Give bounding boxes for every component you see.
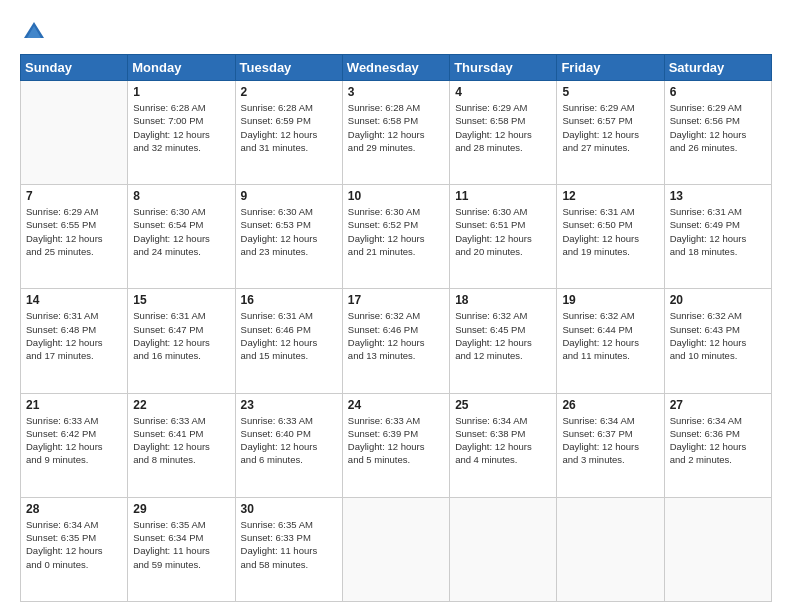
day-info: Sunrise: 6:33 AM Sunset: 6:39 PM Dayligh… — [348, 414, 444, 467]
calendar-cell — [342, 497, 449, 601]
day-number: 2 — [241, 85, 337, 99]
day-info: Sunrise: 6:31 AM Sunset: 6:48 PM Dayligh… — [26, 309, 122, 362]
day-number: 5 — [562, 85, 658, 99]
day-of-week-thursday: Thursday — [450, 55, 557, 81]
day-of-week-tuesday: Tuesday — [235, 55, 342, 81]
day-number: 22 — [133, 398, 229, 412]
day-of-week-monday: Monday — [128, 55, 235, 81]
calendar-cell: 6Sunrise: 6:29 AM Sunset: 6:56 PM Daylig… — [664, 81, 771, 185]
day-number: 7 — [26, 189, 122, 203]
calendar-cell: 22Sunrise: 6:33 AM Sunset: 6:41 PM Dayli… — [128, 393, 235, 497]
day-info: Sunrise: 6:33 AM Sunset: 6:41 PM Dayligh… — [133, 414, 229, 467]
day-number: 19 — [562, 293, 658, 307]
day-info: Sunrise: 6:29 AM Sunset: 6:57 PM Dayligh… — [562, 101, 658, 154]
day-info: Sunrise: 6:31 AM Sunset: 6:49 PM Dayligh… — [670, 205, 766, 258]
day-info: Sunrise: 6:34 AM Sunset: 6:38 PM Dayligh… — [455, 414, 551, 467]
day-number: 18 — [455, 293, 551, 307]
day-number: 12 — [562, 189, 658, 203]
day-info: Sunrise: 6:28 AM Sunset: 6:58 PM Dayligh… — [348, 101, 444, 154]
calendar-cell — [21, 81, 128, 185]
calendar-cell: 23Sunrise: 6:33 AM Sunset: 6:40 PM Dayli… — [235, 393, 342, 497]
calendar: SundayMondayTuesdayWednesdayThursdayFrid… — [20, 54, 772, 602]
day-number: 3 — [348, 85, 444, 99]
day-info: Sunrise: 6:32 AM Sunset: 6:44 PM Dayligh… — [562, 309, 658, 362]
day-number: 29 — [133, 502, 229, 516]
header — [20, 18, 772, 46]
calendar-cell: 30Sunrise: 6:35 AM Sunset: 6:33 PM Dayli… — [235, 497, 342, 601]
day-info: Sunrise: 6:33 AM Sunset: 6:40 PM Dayligh… — [241, 414, 337, 467]
calendar-cell: 28Sunrise: 6:34 AM Sunset: 6:35 PM Dayli… — [21, 497, 128, 601]
calendar-cell: 15Sunrise: 6:31 AM Sunset: 6:47 PM Dayli… — [128, 289, 235, 393]
week-row-5: 28Sunrise: 6:34 AM Sunset: 6:35 PM Dayli… — [21, 497, 772, 601]
page: SundayMondayTuesdayWednesdayThursdayFrid… — [0, 0, 792, 612]
day-number: 10 — [348, 189, 444, 203]
calendar-cell: 27Sunrise: 6:34 AM Sunset: 6:36 PM Dayli… — [664, 393, 771, 497]
day-info: Sunrise: 6:30 AM Sunset: 6:52 PM Dayligh… — [348, 205, 444, 258]
calendar-cell — [450, 497, 557, 601]
calendar-cell: 17Sunrise: 6:32 AM Sunset: 6:46 PM Dayli… — [342, 289, 449, 393]
day-number: 24 — [348, 398, 444, 412]
calendar-cell: 25Sunrise: 6:34 AM Sunset: 6:38 PM Dayli… — [450, 393, 557, 497]
day-info: Sunrise: 6:29 AM Sunset: 6:56 PM Dayligh… — [670, 101, 766, 154]
day-number: 8 — [133, 189, 229, 203]
day-info: Sunrise: 6:30 AM Sunset: 6:51 PM Dayligh… — [455, 205, 551, 258]
day-info: Sunrise: 6:34 AM Sunset: 6:35 PM Dayligh… — [26, 518, 122, 571]
logo — [20, 18, 54, 46]
day-info: Sunrise: 6:35 AM Sunset: 6:34 PM Dayligh… — [133, 518, 229, 571]
day-info: Sunrise: 6:30 AM Sunset: 6:54 PM Dayligh… — [133, 205, 229, 258]
calendar-cell: 21Sunrise: 6:33 AM Sunset: 6:42 PM Dayli… — [21, 393, 128, 497]
calendar-cell: 13Sunrise: 6:31 AM Sunset: 6:49 PM Dayli… — [664, 185, 771, 289]
calendar-cell: 19Sunrise: 6:32 AM Sunset: 6:44 PM Dayli… — [557, 289, 664, 393]
day-number: 17 — [348, 293, 444, 307]
week-row-4: 21Sunrise: 6:33 AM Sunset: 6:42 PM Dayli… — [21, 393, 772, 497]
day-of-week-saturday: Saturday — [664, 55, 771, 81]
calendar-cell: 18Sunrise: 6:32 AM Sunset: 6:45 PM Dayli… — [450, 289, 557, 393]
day-number: 21 — [26, 398, 122, 412]
day-info: Sunrise: 6:29 AM Sunset: 6:55 PM Dayligh… — [26, 205, 122, 258]
day-info: Sunrise: 6:34 AM Sunset: 6:37 PM Dayligh… — [562, 414, 658, 467]
logo-icon — [20, 18, 48, 46]
calendar-cell: 3Sunrise: 6:28 AM Sunset: 6:58 PM Daylig… — [342, 81, 449, 185]
day-info: Sunrise: 6:34 AM Sunset: 6:36 PM Dayligh… — [670, 414, 766, 467]
day-number: 4 — [455, 85, 551, 99]
day-number: 25 — [455, 398, 551, 412]
week-row-1: 1Sunrise: 6:28 AM Sunset: 7:00 PM Daylig… — [21, 81, 772, 185]
day-number: 13 — [670, 189, 766, 203]
calendar-cell: 26Sunrise: 6:34 AM Sunset: 6:37 PM Dayli… — [557, 393, 664, 497]
calendar-cell: 11Sunrise: 6:30 AM Sunset: 6:51 PM Dayli… — [450, 185, 557, 289]
calendar-cell: 16Sunrise: 6:31 AM Sunset: 6:46 PM Dayli… — [235, 289, 342, 393]
calendar-cell: 1Sunrise: 6:28 AM Sunset: 7:00 PM Daylig… — [128, 81, 235, 185]
day-info: Sunrise: 6:31 AM Sunset: 6:47 PM Dayligh… — [133, 309, 229, 362]
calendar-cell: 2Sunrise: 6:28 AM Sunset: 6:59 PM Daylig… — [235, 81, 342, 185]
day-info: Sunrise: 6:32 AM Sunset: 6:46 PM Dayligh… — [348, 309, 444, 362]
day-header-row: SundayMondayTuesdayWednesdayThursdayFrid… — [21, 55, 772, 81]
day-of-week-sunday: Sunday — [21, 55, 128, 81]
week-row-3: 14Sunrise: 6:31 AM Sunset: 6:48 PM Dayli… — [21, 289, 772, 393]
day-of-week-friday: Friday — [557, 55, 664, 81]
day-number: 11 — [455, 189, 551, 203]
day-number: 14 — [26, 293, 122, 307]
day-number: 6 — [670, 85, 766, 99]
calendar-cell: 5Sunrise: 6:29 AM Sunset: 6:57 PM Daylig… — [557, 81, 664, 185]
day-number: 16 — [241, 293, 337, 307]
day-info: Sunrise: 6:31 AM Sunset: 6:50 PM Dayligh… — [562, 205, 658, 258]
day-info: Sunrise: 6:28 AM Sunset: 7:00 PM Dayligh… — [133, 101, 229, 154]
calendar-cell — [557, 497, 664, 601]
day-number: 1 — [133, 85, 229, 99]
calendar-cell: 9Sunrise: 6:30 AM Sunset: 6:53 PM Daylig… — [235, 185, 342, 289]
calendar-cell: 7Sunrise: 6:29 AM Sunset: 6:55 PM Daylig… — [21, 185, 128, 289]
calendar-cell: 10Sunrise: 6:30 AM Sunset: 6:52 PM Dayli… — [342, 185, 449, 289]
day-info: Sunrise: 6:33 AM Sunset: 6:42 PM Dayligh… — [26, 414, 122, 467]
day-info: Sunrise: 6:29 AM Sunset: 6:58 PM Dayligh… — [455, 101, 551, 154]
day-of-week-wednesday: Wednesday — [342, 55, 449, 81]
day-number: 28 — [26, 502, 122, 516]
calendar-cell: 14Sunrise: 6:31 AM Sunset: 6:48 PM Dayli… — [21, 289, 128, 393]
day-number: 30 — [241, 502, 337, 516]
calendar-cell: 29Sunrise: 6:35 AM Sunset: 6:34 PM Dayli… — [128, 497, 235, 601]
day-info: Sunrise: 6:31 AM Sunset: 6:46 PM Dayligh… — [241, 309, 337, 362]
day-number: 26 — [562, 398, 658, 412]
day-number: 15 — [133, 293, 229, 307]
calendar-cell: 8Sunrise: 6:30 AM Sunset: 6:54 PM Daylig… — [128, 185, 235, 289]
week-row-2: 7Sunrise: 6:29 AM Sunset: 6:55 PM Daylig… — [21, 185, 772, 289]
day-info: Sunrise: 6:32 AM Sunset: 6:43 PM Dayligh… — [670, 309, 766, 362]
